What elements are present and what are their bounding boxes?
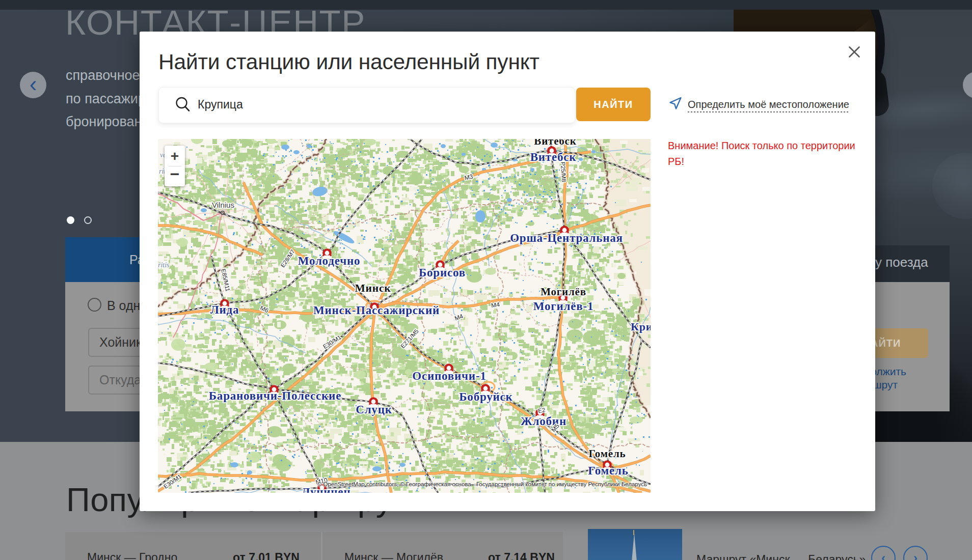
svg-text:Р25/М8: Р25/М8 (560, 162, 567, 182)
svg-text:Жлобин: Жлобин (521, 415, 566, 428)
svg-text:Орша-Центральная: Орша-Центральная (510, 232, 623, 244)
svg-text:Гомель: Гомель (589, 447, 626, 460)
svg-text:Минск-Пассажирский: Минск-Пассажирский (313, 304, 440, 317)
svg-text:Осиповичи-1: Осиповичи-1 (412, 370, 486, 382)
svg-text:Молодечно: Молодечно (298, 255, 361, 267)
svg-text:Е2: Е2 (537, 407, 546, 414)
svg-text:Борисов: Борисов (419, 266, 466, 279)
svg-text:Бобруйск: Бобруйск (459, 390, 512, 403)
svg-text:Барановичи-Полесские: Барановичи-Полесские (209, 389, 341, 402)
svg-text:ritis: ritis (158, 261, 170, 269)
svg-text:Лида: Лида (210, 303, 239, 316)
svg-text:Кричев: Кричев (631, 320, 651, 333)
svg-text:М4: М4 (491, 301, 500, 309)
svg-text:Могилёв-1: Могилёв-1 (533, 300, 594, 313)
svg-text:Витебск: Витебск (530, 151, 577, 163)
svg-text:Гомель: Гомель (588, 464, 628, 477)
svg-text:Витебск: Витебск (534, 139, 576, 147)
svg-text:Могилёв: Могилёв (541, 286, 586, 298)
svg-text:Vilnius: Vilnius (212, 201, 234, 209)
svg-text:Минск: Минск (355, 282, 391, 294)
svg-text:Слуцк: Слуцк (356, 403, 392, 416)
